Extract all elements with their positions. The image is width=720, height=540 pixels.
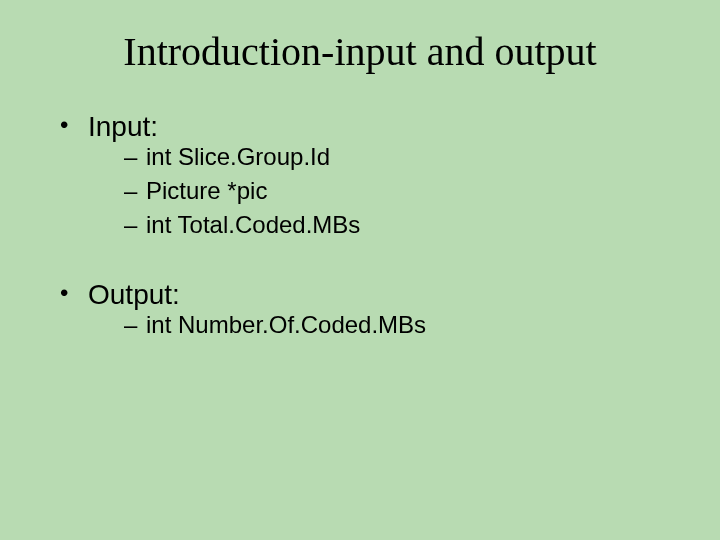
slide-container: Introduction-input and output Input: int…	[0, 0, 720, 540]
section-heading-text: Input:	[88, 111, 158, 142]
content-list: Input: int Slice.Group.Id Picture *pic i…	[40, 111, 680, 339]
list-item: int Number.Of.Coded.MBs	[124, 311, 680, 339]
sub-list: int Number.Of.Coded.MBs	[88, 311, 680, 339]
section-heading-text: Output:	[88, 279, 180, 310]
list-item: Picture *pic	[124, 177, 680, 205]
section-heading: Input: int Slice.Group.Id Picture *pic i…	[60, 111, 680, 239]
slide-title: Introduction-input and output	[40, 28, 680, 75]
sub-list: int Slice.Group.Id Picture *pic int Tota…	[88, 143, 680, 239]
list-item: int Total.Coded.MBs	[124, 211, 680, 239]
list-item: int Slice.Group.Id	[124, 143, 680, 171]
section-heading: Output: int Number.Of.Coded.MBs	[60, 279, 680, 339]
